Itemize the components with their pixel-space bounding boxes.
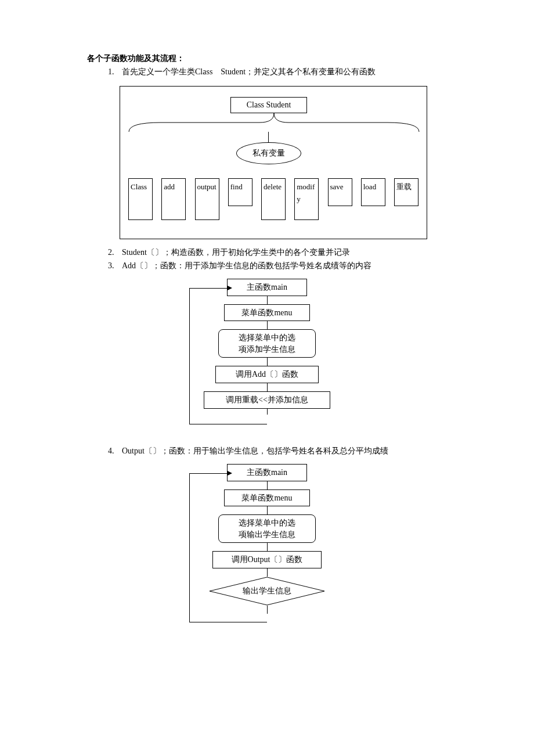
flowchart-output: 主函数main 菜单函数menu 选择菜单中的选 项输出学生信息 调用Outpu… — [192, 464, 342, 633]
node-choose: 选择菜单中的选 项输出学生信息 — [218, 514, 316, 543]
loop-top-line — [189, 288, 230, 289]
node-choose: 选择菜单中的选 项添加学生信息 — [218, 329, 316, 358]
class-student-box: Class Student — [230, 97, 307, 113]
brace-icon — [126, 112, 422, 133]
connector — [267, 481, 268, 489]
connector — [267, 296, 268, 304]
member-save: save — [328, 178, 352, 206]
list-item-2: 2.Student〔〕；构造函数，用于初始化学生类中的各个变量并记录 — [108, 246, 447, 258]
item-num: 2. — [108, 246, 122, 258]
item-text: Output〔〕；函数：用于输出学生信息，包括学号姓名各科及总分平均成绩 — [122, 447, 388, 455]
loop-line — [189, 473, 190, 622]
node-line1: 选择菜单中的选 — [239, 519, 295, 527]
arrow-icon — [228, 471, 232, 476]
member-overload: 重载 — [394, 178, 418, 206]
item-text: Student〔〕；构造函数，用于初始化学生类中的各个变量并记录 — [122, 248, 350, 257]
node-call-add: 调用Add〔〕函数 — [215, 366, 319, 383]
connector-line — [268, 132, 269, 142]
loop-bottom-line — [189, 424, 267, 424]
connector — [267, 409, 268, 415]
flowchart-add: 主函数main 菜单函数menu 选择菜单中的选 项添加学生信息 调用Add〔〕… — [192, 279, 342, 434]
member-row: Class add output find delete modify save… — [128, 178, 418, 220]
node-call-output: 调用Output〔〕函数 — [212, 551, 322, 568]
member-class: Class — [128, 178, 153, 220]
arrow-icon — [228, 286, 232, 290]
node-menu: 菜单函数menu — [224, 304, 310, 322]
function-list-cont2: 4.Output〔〕；函数：用于输出学生信息，包括学号姓名各科及总分平均成绩 — [87, 445, 447, 457]
member-output: output — [195, 178, 219, 220]
item-num: 4. — [108, 445, 122, 457]
node-main: 主函数main — [227, 279, 307, 296]
node-line2: 项输出学生信息 — [239, 530, 295, 539]
private-var-ellipse: 私有变量 — [236, 142, 301, 164]
list-item-3: 3.Add〔〕；函数：用于添加学生信息的函数包括学号姓名成绩等的内容 — [108, 260, 447, 272]
loop-bottom-line — [189, 622, 267, 622]
node-overload-insert: 调用重载<<并添加信息 — [204, 391, 330, 409]
function-list-cont: 2.Student〔〕；构造函数，用于初始化学生类中的各个变量并记录 3.Add… — [87, 246, 447, 272]
item-num: 3. — [108, 260, 122, 272]
function-list: 1.首先定义一个学生类Class Student；并定义其各个私有变量和公有函数 — [87, 66, 447, 78]
class-diagram: Class Student 私有变量 Class add output find… — [120, 86, 427, 239]
connector — [267, 606, 268, 614]
member-delete: delete — [261, 178, 286, 220]
item-text: 首先定义一个学生类Class Student；并定义其各个私有变量和公有函数 — [122, 67, 376, 76]
item-text: Add〔〕；函数：用于添加学生信息的函数包括学号姓名成绩等的内容 — [122, 261, 371, 270]
list-item-1: 1.首先定义一个学生类Class Student；并定义其各个私有变量和公有函数 — [108, 66, 447, 78]
connector — [267, 383, 268, 391]
section-heading: 各个子函数功能及其流程： — [87, 52, 447, 64]
connector — [267, 543, 268, 551]
node-output-info: 输出学生信息 — [209, 577, 325, 606]
diamond-label: 输出学生信息 — [209, 585, 325, 597]
member-add: add — [161, 178, 186, 220]
node-main: 主函数main — [227, 464, 307, 481]
connector — [267, 568, 268, 577]
node-line2: 项添加学生信息 — [239, 345, 295, 354]
node-menu: 菜单函数menu — [224, 489, 310, 507]
node-line1: 选择菜单中的选 — [239, 333, 295, 342]
list-item-4: 4.Output〔〕；函数：用于输出学生信息，包括学号姓名各科及总分平均成绩 — [108, 445, 447, 457]
connector — [267, 506, 268, 514]
member-load: load — [361, 178, 385, 206]
member-modify: modify — [294, 178, 319, 220]
member-find: find — [228, 178, 252, 206]
loop-line — [189, 288, 190, 424]
loop-top-line — [189, 473, 230, 474]
connector — [267, 321, 268, 329]
connector — [267, 358, 268, 366]
item-num: 1. — [108, 66, 122, 78]
